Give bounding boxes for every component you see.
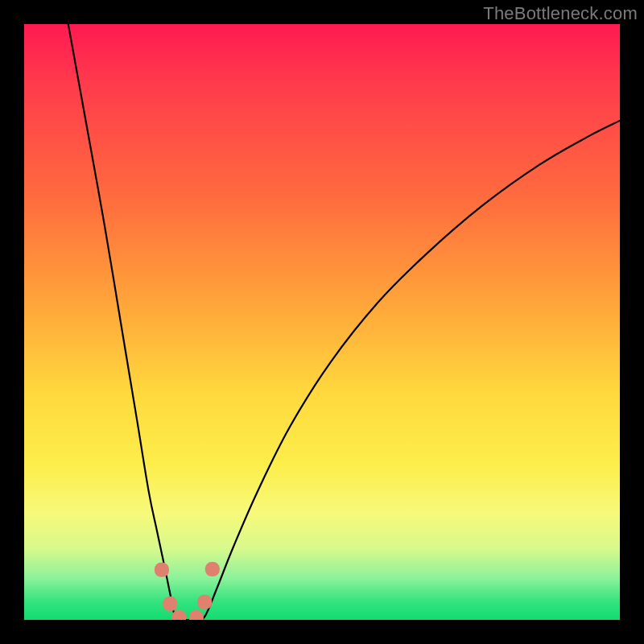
curve-marker: [155, 563, 169, 577]
curve-marker: [197, 595, 212, 609]
bottleneck-curve: [68, 24, 620, 620]
curve-marker: [189, 610, 204, 620]
curve-marker: [163, 597, 177, 611]
curve-layer: [24, 24, 620, 620]
curve-marker: [205, 562, 220, 576]
outer-frame: TheBottleneck.com: [0, 0, 644, 644]
plot-area: [24, 24, 620, 620]
watermark-text: TheBottleneck.com: [483, 3, 638, 24]
